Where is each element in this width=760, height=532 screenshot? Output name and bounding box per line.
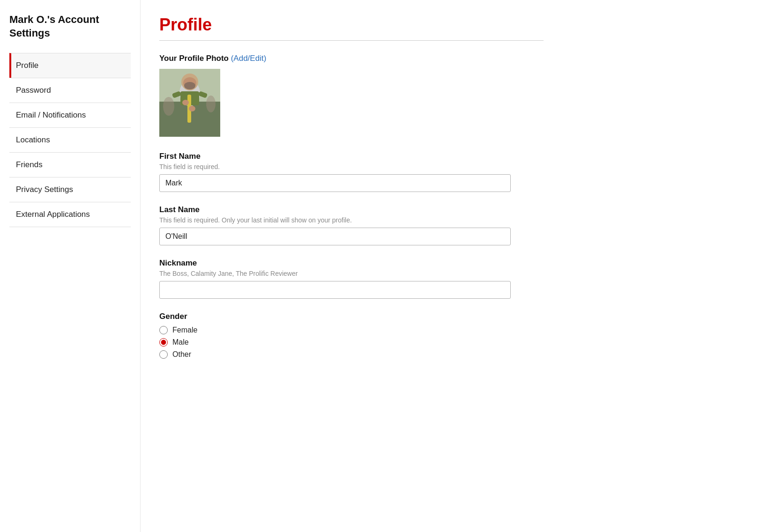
first-name-group: First Name This field is required. <box>159 152 544 192</box>
nickname-input[interactable] <box>159 281 511 299</box>
last-name-hint: This field is required. Only your last i… <box>159 216 544 224</box>
sidebar-item-password[interactable]: Password <box>9 78 131 103</box>
sidebar-link-locations[interactable]: Locations <box>9 128 131 152</box>
gender-other-option: Other <box>159 350 544 359</box>
profile-photo-image <box>159 69 220 137</box>
svg-point-12 <box>189 106 195 111</box>
sidebar-item-locations[interactable]: Locations <box>9 127 131 152</box>
last-name-input[interactable] <box>159 228 511 245</box>
sidebar-item-external-applications[interactable]: External Applications <box>9 202 131 227</box>
add-edit-photo-link[interactable]: (Add/Edit) <box>231 54 267 63</box>
last-name-label: Last Name <box>159 205 544 214</box>
sidebar-nav: ProfilePasswordEmail / NotificationsLoca… <box>9 53 131 227</box>
sidebar-link-privacy-settings[interactable]: Privacy Settings <box>9 177 131 202</box>
gender-female-radio[interactable] <box>159 326 168 334</box>
gender-other-radio[interactable] <box>159 350 168 359</box>
profile-photo-label: Your Profile Photo (Add/Edit) <box>159 54 544 63</box>
account-settings-title: Mark O.'s Account Settings <box>9 13 131 40</box>
nickname-label: Nickname <box>159 259 544 268</box>
sidebar-link-password[interactable]: Password <box>9 78 131 103</box>
gender-male-option: Male <box>159 338 544 347</box>
sidebar: Mark O.'s Account Settings ProfilePasswo… <box>0 0 141 532</box>
sidebar-link-external-applications[interactable]: External Applications <box>9 202 131 227</box>
svg-point-13 <box>163 97 174 116</box>
sidebar-link-email-notifications[interactable]: Email / Notifications <box>9 103 131 127</box>
nickname-group: Nickname The Boss, Calamity Jane, The Pr… <box>159 259 544 299</box>
gender-male-radio[interactable] <box>159 338 168 347</box>
gender-label: Gender <box>159 312 544 321</box>
sidebar-item-privacy-settings[interactable]: Privacy Settings <box>9 177 131 202</box>
sidebar-item-profile[interactable]: Profile <box>9 53 131 78</box>
sidebar-link-friends[interactable]: Friends <box>9 153 131 177</box>
section-divider <box>159 40 544 41</box>
svg-point-14 <box>206 96 216 112</box>
sidebar-item-friends[interactable]: Friends <box>9 152 131 177</box>
last-name-group: Last Name This field is required. Only y… <box>159 205 544 245</box>
svg-point-6 <box>184 82 195 89</box>
gender-female-label[interactable]: Female <box>172 326 197 334</box>
gender-female-option: Female <box>159 326 544 334</box>
profile-photo-section: Your Profile Photo (Add/Edit) <box>159 54 544 137</box>
sidebar-item-email-notifications[interactable]: Email / Notifications <box>9 103 131 127</box>
main-content: Profile Your Profile Photo (Add/Edit) <box>141 0 562 532</box>
gender-section: Gender Female Male Other <box>159 312 544 359</box>
first-name-input[interactable] <box>159 174 511 192</box>
profile-photo <box>159 69 220 137</box>
svg-point-11 <box>182 100 189 105</box>
first-name-label: First Name <box>159 152 544 161</box>
page-title: Profile <box>159 15 544 35</box>
gender-male-label[interactable]: Male <box>172 338 189 347</box>
nickname-hint: The Boss, Calamity Jane, The Prolific Re… <box>159 270 544 277</box>
first-name-hint: This field is required. <box>159 163 544 170</box>
sidebar-link-profile[interactable]: Profile <box>11 53 131 78</box>
gender-other-label[interactable]: Other <box>172 350 191 359</box>
